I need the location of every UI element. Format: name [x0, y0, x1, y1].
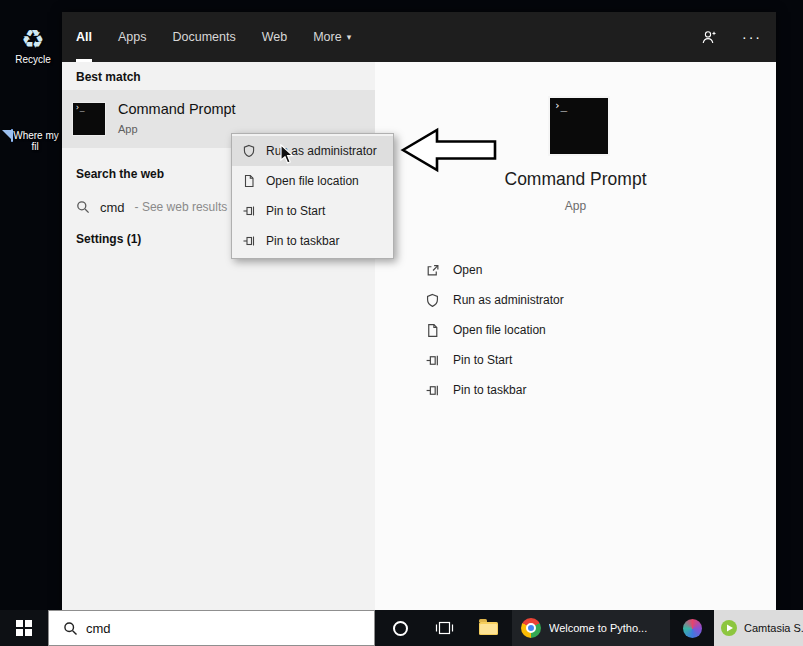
- action-open[interactable]: Open: [425, 255, 564, 285]
- task-view-button[interactable]: [424, 610, 464, 646]
- desktop-icon-recycle-bin[interactable]: ♻ Recycle: [8, 24, 58, 65]
- tab-documents[interactable]: Documents: [172, 12, 235, 62]
- admin-shield-icon: [242, 144, 256, 158]
- action-pin-to-taskbar[interactable]: Pin to taskbar: [425, 375, 564, 405]
- windows-logo-icon: [16, 620, 32, 636]
- search-web-section-label: Search the web: [76, 167, 164, 181]
- tab-apps[interactable]: Apps: [118, 12, 147, 62]
- web-query-text: cmd: [100, 200, 125, 215]
- header-actions: ···: [701, 12, 762, 62]
- menu-item-run-as-administrator[interactable]: Run as administrator: [232, 136, 393, 166]
- start-button[interactable]: [0, 610, 48, 646]
- annotation-arrow-icon: [400, 126, 498, 174]
- result-subtitle: App: [118, 123, 138, 135]
- tab-more[interactable]: More ▾: [313, 12, 351, 62]
- folder-icon: [479, 622, 498, 635]
- document-icon: [11, 129, 13, 142]
- context-menu: Run as administrator Open file location …: [231, 133, 394, 259]
- taskbar-window-camtasia[interactable]: Camtasia S...: [714, 610, 803, 646]
- desktop-icon-label: Recycle: [15, 54, 51, 65]
- command-prompt-icon: [72, 102, 106, 136]
- taskbar-search-input[interactable]: [86, 621, 326, 636]
- more-options-icon[interactable]: ···: [742, 29, 762, 45]
- web-suffix-text: - See web results: [135, 200, 228, 214]
- start-search-panel: All Apps Documents Web More ▾: [62, 12, 776, 610]
- menu-item-pin-to-taskbar[interactable]: Pin to taskbar: [232, 226, 393, 256]
- pin-icon: [242, 204, 256, 218]
- taskbar-window-chrome[interactable]: Welcome to Pytho...: [512, 610, 670, 646]
- search-icon: [63, 621, 78, 636]
- menu-item-open-file-location[interactable]: Open file location: [232, 166, 393, 196]
- search-filter-header: All Apps Documents Web More ▾: [62, 12, 776, 62]
- chevron-down-icon: ▾: [347, 32, 352, 42]
- best-match-section-label: Best match: [76, 70, 141, 84]
- app-icon: [683, 619, 702, 638]
- mouse-cursor: [280, 144, 295, 165]
- desktop-icon-where-my-file[interactable]: Where my fil: [10, 130, 60, 152]
- taskbar-search-box[interactable]: [48, 610, 375, 646]
- settings-section-label: Settings (1): [76, 232, 141, 246]
- action-pin-to-start[interactable]: Pin to Start: [425, 345, 564, 375]
- windows-desktop-screen: ♻ Recycle Where my fil All Apps Document…: [0, 0, 803, 646]
- taskbar: Welcome to Pytho... Camtasia S...: [0, 610, 803, 646]
- tab-web[interactable]: Web: [262, 12, 287, 62]
- result-title: Command Prompt: [118, 101, 236, 117]
- file-location-icon: [425, 323, 440, 338]
- pin-icon: [425, 383, 440, 398]
- preview-subtitle: App: [375, 199, 776, 213]
- search-icon: [76, 200, 90, 214]
- action-run-as-administrator[interactable]: Run as administrator: [425, 285, 564, 315]
- admin-shield-icon: [425, 293, 440, 308]
- camtasia-icon: [720, 619, 738, 637]
- menu-item-pin-to-start[interactable]: Pin to Start: [232, 196, 393, 226]
- cortana-button[interactable]: [380, 610, 420, 646]
- chrome-icon: [521, 618, 541, 638]
- action-open-file-location[interactable]: Open file location: [425, 315, 564, 345]
- cortana-icon: [393, 621, 408, 636]
- command-prompt-icon-large: [548, 96, 610, 156]
- task-view-icon: [435, 620, 454, 636]
- pin-icon: [425, 353, 440, 368]
- search-filter-tabs: All Apps Documents Web More ▾: [76, 12, 351, 62]
- recycle-bin-icon: ♻: [8, 24, 58, 54]
- preview-actions: Open Run as administrator Open file loca…: [425, 255, 564, 405]
- window-title: Camtasia S...: [744, 622, 803, 634]
- file-location-icon: [242, 174, 256, 188]
- tab-all[interactable]: All: [76, 12, 92, 62]
- pin-icon: [242, 234, 256, 248]
- file-explorer-button[interactable]: [468, 610, 508, 646]
- feedback-user-icon[interactable]: [701, 29, 718, 46]
- desktop-icon-label: Where my fil: [13, 130, 59, 152]
- taskbar-app-button[interactable]: [674, 610, 710, 646]
- open-icon: [425, 263, 440, 278]
- window-title: Welcome to Pytho...: [549, 622, 647, 634]
